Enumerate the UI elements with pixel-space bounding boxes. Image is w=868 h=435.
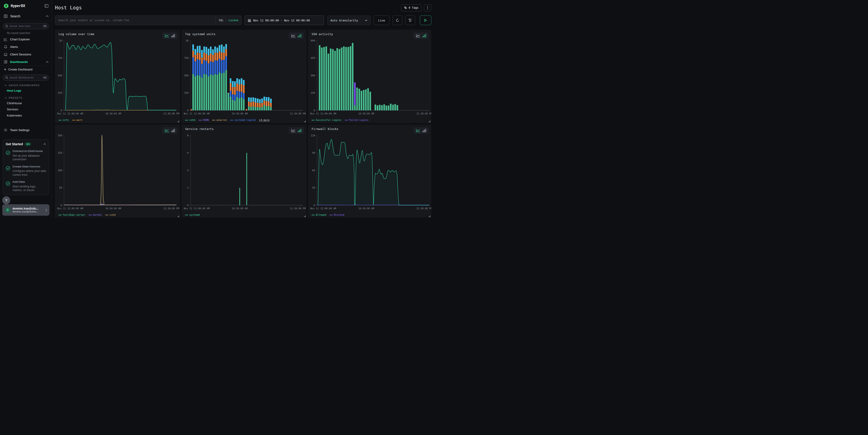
legend-item: Blocked [330, 213, 344, 216]
chart-canvas: 1209060300Nov 11 12:00:00 AM10:30:00 AM1… [308, 132, 431, 213]
lucene-toggle[interactable]: Lucene [228, 19, 239, 22]
line-chart-icon[interactable] [165, 129, 169, 132]
step-title: Add Data [12, 180, 46, 184]
y-axis-tick-label: 4 [187, 169, 188, 172]
user-name: dominic.tran@clic... [12, 207, 43, 210]
sidebar-item-search[interactable]: Search [0, 11, 52, 21]
sidebar-item-dashboards[interactable]: Dashboards [0, 58, 52, 66]
avatar: D [5, 207, 11, 213]
sidebar-item-clickhouse[interactable]: ClickHouse [0, 100, 52, 106]
y-axis-tick-label: 2 [187, 186, 188, 189]
x-axis-tick-label: 10:30:00 AM [232, 207, 248, 210]
user-email: dominic.tran@clickho... [12, 210, 43, 213]
create-dashboard-button[interactable]: Create Dashboard [0, 66, 52, 73]
sidebar-item-client-sessions[interactable]: Client Sessions [0, 51, 52, 58]
bar-chart-icon[interactable] [298, 34, 302, 37]
chart-type-toggle [162, 127, 177, 134]
sql-toggle[interactable]: SQL [219, 19, 224, 22]
brand-name: HyperDX [11, 4, 42, 8]
get-started-step-add-data[interactable]: Add Data Start sending logs, metrics, or… [6, 180, 46, 192]
sidebar-item-services[interactable]: Services [0, 106, 52, 113]
check-circle-icon [6, 180, 10, 192]
live-button[interactable]: Live [374, 15, 390, 25]
team-settings-label: Team Settings [10, 128, 49, 132]
sidebar-item-host-logs[interactable]: Host Logs [0, 88, 52, 94]
step-title: Connect to ClickHouse [12, 149, 46, 153]
time-range-picker[interactable]: Nov 11 00:00:00 - Nov 12 00:00:00 [245, 15, 324, 25]
bar-chart-icon[interactable] [423, 34, 426, 37]
line-series-sshd [64, 135, 177, 205]
y-axis-tick-label: 0 [187, 109, 188, 112]
step-title: Create Data Sources [12, 165, 46, 169]
line-chart-icon[interactable] [416, 34, 420, 37]
granularity-select[interactable]: Auto Granularity [327, 15, 371, 25]
chart-title: Log volume over time [59, 32, 94, 36]
saved-dashboards-field[interactable] [9, 76, 41, 79]
resize-handle[interactable] [429, 215, 430, 217]
legend-more-link[interactable]: +4 more [259, 119, 270, 122]
page-header: Host Logs 0 Tags [55, 4, 431, 12]
chart-type-toggle [289, 32, 304, 39]
chart-legend: AllowedBlocked [312, 213, 344, 216]
bar-chart-icon[interactable] [298, 129, 302, 132]
play-icon [424, 19, 427, 22]
get-started-header[interactable]: Get Started 3/3 [6, 142, 46, 146]
resize-handle[interactable] [178, 121, 179, 122]
more-options-button[interactable] [424, 4, 431, 11]
sidebar-item-team-settings[interactable]: Team Settings [0, 126, 52, 134]
create-dashboard-label: Create Dashboard [8, 68, 32, 71]
saved-dashboards-section-header[interactable]: SAVED DASHBOARDS [0, 81, 52, 88]
bar-chart-icon[interactable] [171, 34, 175, 37]
no-saved-searches-text: No saved searches [7, 31, 52, 35]
filter-edit-button[interactable] [405, 15, 415, 25]
help-button[interactable]: ? [2, 196, 10, 204]
line-chart-icon[interactable] [291, 129, 296, 132]
refresh-button[interactable] [393, 15, 402, 25]
run-query-button[interactable] [420, 15, 431, 25]
x-axis-tick-label: Nov 11 12:00:00 AM [310, 207, 336, 210]
sidebar-item-chart-explorer[interactable]: Chart Explorer [0, 36, 52, 43]
line-chart-icon[interactable] [416, 129, 420, 132]
x-axis-tick-label: 11:30:00 PM [163, 207, 179, 210]
divider [0, 21, 52, 21]
chart-title: SSH activity [312, 32, 333, 36]
presets-section-header[interactable]: PRESETS [0, 94, 52, 100]
y-axis-tick-label: 0 [314, 204, 315, 207]
get-started-step-connect[interactable]: Connect to ClickHouse Set up your databa… [6, 149, 46, 161]
chevron-up-icon [46, 61, 49, 63]
check-circle-icon [6, 149, 10, 161]
legend-item: CRON [199, 119, 209, 122]
shortcut-badge: ⌘K [42, 76, 48, 79]
client-sessions-label: Client Sessions [10, 53, 49, 56]
sidebar-item-kubernetes[interactable]: Kubernetes [0, 113, 52, 119]
line-chart-icon[interactable] [291, 34, 296, 37]
panel-toggle-icon [44, 4, 49, 8]
shortcut-badge: ⌘K [42, 25, 48, 28]
time-range-value: Nov 11 00:00:00 - Nov 12 00:00:00 [253, 19, 310, 22]
resize-handle[interactable] [304, 121, 306, 122]
y-axis-tick-label: 500 [184, 74, 188, 77]
refresh-icon [396, 19, 399, 22]
event-search-input[interactable] [55, 16, 216, 25]
bar-chart-icon[interactable] [171, 129, 175, 132]
saved-dashboards-input[interactable]: ⌘K [3, 74, 49, 81]
resize-handle[interactable] [178, 215, 179, 217]
user-menu[interactable]: D dominic.tran@clic... dominic.tran@clic… [2, 204, 50, 216]
y-axis-tick-label: 6 [187, 151, 188, 154]
resize-handle[interactable] [429, 121, 430, 122]
chart-card-ssh-activity: SSH activity6004503001500Nov 11 12:00:00… [308, 30, 431, 123]
get-started-step-sources[interactable]: Create Data Sources Configure where your… [6, 165, 46, 177]
saved-searches-input[interactable]: ⌘K [3, 23, 49, 29]
saved-searches-field[interactable] [9, 25, 41, 28]
legend-item: Successful Logins [312, 119, 341, 122]
chevron-down-icon [365, 20, 367, 21]
query-language-toggle: SQL | Lucene [216, 16, 241, 25]
tags-button[interactable]: 0 Tags [401, 4, 422, 11]
bar-chart-icon[interactable] [423, 129, 426, 132]
line-chart-icon[interactable] [165, 34, 169, 37]
tags-label: 0 Tags [409, 6, 418, 9]
resize-handle[interactable] [304, 215, 306, 217]
collapse-sidebar-button[interactable] [44, 4, 49, 8]
sidebar-item-alerts[interactable]: Alerts [0, 43, 52, 51]
x-axis-tick-label: Nov 11 12:00:00 AM [57, 207, 83, 210]
